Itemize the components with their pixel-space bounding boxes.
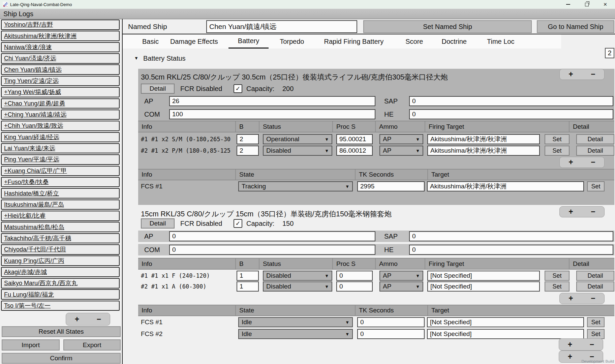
set-target-button[interactable]: Set — [545, 146, 570, 156]
close-button[interactable]: × — [599, 0, 611, 9]
ship-item[interactable]: Ting Yuen/定遠/定远 — [1, 76, 120, 86]
import-button[interactable]: Import — [2, 339, 60, 351]
ship-item[interactable]: +Kuang Chia/広甲/广甲 — [1, 166, 120, 176]
tab-basic[interactable]: Basic — [142, 34, 159, 49]
fcr-checkbox[interactable]: ✓ — [234, 84, 242, 93]
fcs-add-button[interactable]: + — [560, 207, 582, 217]
mount-remove-button[interactable]: − — [582, 157, 604, 168]
tab-torpedo[interactable]: Torpedo — [280, 34, 304, 49]
set-target-button[interactable]: Set — [545, 134, 570, 144]
fcs-state-dropdown[interactable]: Idle▼ — [238, 317, 353, 327]
set-named-ship-button[interactable]: Set Named Ship — [363, 20, 532, 33]
fcs-target-input[interactable]: Akitsushima/秋津洲/秋津洲 — [427, 181, 584, 191]
ship-item[interactable]: +Fuso/扶桑/扶桑 — [1, 177, 120, 187]
fcr-checkbox[interactable]: ✓ — [234, 219, 242, 228]
ship-item[interactable]: Chiyoda/千代田/千代田 — [1, 244, 120, 255]
ap-input[interactable]: 0 — [169, 231, 375, 241]
ship-item[interactable]: +Hiei/比叡/比睿 — [1, 211, 120, 221]
ship-item[interactable]: Ping Yuen/平遠/平远 — [1, 154, 120, 165]
ship-item[interactable]: Kuang P'ing/広丙/广丙 — [1, 255, 120, 266]
sap-input[interactable]: 0 — [409, 231, 613, 241]
export-button[interactable]: Export — [63, 339, 121, 351]
battery-detail-button[interactable]: Detail — [141, 218, 175, 229]
ship-item[interactable]: +Chih Yuan/致遠/致远 — [1, 121, 120, 131]
tab-time-loc[interactable]: Time Loc — [487, 34, 515, 49]
tk-seconds-input[interactable]: 0 — [357, 329, 425, 339]
tab-doctrine[interactable]: Doctrine — [441, 34, 466, 49]
fcs-state-dropdown[interactable]: Idle▼ — [238, 329, 353, 339]
fcs-set-button[interactable]: Set — [587, 181, 605, 191]
ship-item[interactable]: Tso I/第一号/左一 — [1, 301, 120, 311]
battery-detail-button[interactable]: Detail — [141, 84, 175, 94]
status-dropdown[interactable]: Disabled▼ — [263, 271, 332, 281]
reset-all-states-button[interactable]: Reset All States — [2, 326, 121, 337]
ship-list-remove-button[interactable]: − — [88, 313, 110, 325]
tab-damage-effects[interactable]: Damage Effects — [170, 34, 218, 49]
fcs-extra-add-button[interactable]: + — [559, 351, 581, 362]
fcs-set-button[interactable]: Set — [587, 329, 605, 339]
firing-target-input[interactable]: Akitsushima/秋津洲/秋津洲 — [427, 134, 540, 144]
he-input[interactable]: 0 — [409, 109, 613, 119]
fcs-set-button[interactable]: Set — [587, 317, 605, 327]
restore-button[interactable] — [581, 0, 592, 9]
ship-item[interactable]: +Ching Yuan/靖遠/靖远 — [1, 110, 120, 120]
proc-s-input[interactable]: 95.00021 — [336, 134, 373, 144]
ship-item[interactable]: +Chao Yung/超勇/超勇 — [1, 98, 120, 109]
ammo-dropdown[interactable]: AP▼ — [379, 281, 423, 292]
ship-list-add-button[interactable]: + — [66, 313, 88, 325]
barrels-input[interactable]: 2 — [237, 134, 259, 144]
mount-extra-remove-button[interactable]: − — [581, 339, 603, 350]
gun-detail-button[interactable]: Detail — [576, 281, 614, 292]
ship-item[interactable]: King Yuan/経遠/经远 — [1, 132, 120, 143]
mount-remove-button[interactable]: − — [582, 293, 604, 304]
barrels-input[interactable]: 1 — [237, 271, 259, 281]
mount-add-button[interactable]: + — [560, 157, 582, 168]
gun-detail-button[interactable]: Detail — [576, 134, 614, 144]
firing-target-input[interactable]: Akitsushima/秋津洲/秋津洲 — [427, 146, 540, 156]
barrels-input[interactable]: 2 — [237, 146, 259, 156]
fcs-remove-button[interactable]: − — [582, 69, 604, 80]
tab-score[interactable]: Score — [405, 34, 423, 49]
ship-item[interactable]: Lai Yuan/来遠/来远 — [1, 143, 120, 154]
fcs-target-input[interactable]: [Not Specified] — [427, 329, 584, 339]
sap-input[interactable]: 0 — [409, 96, 613, 106]
set-target-button[interactable]: Set — [545, 271, 570, 281]
he-input[interactable]: 0 — [409, 245, 613, 255]
ship-item[interactable]: Saikyo Maru/西京丸/西京丸 — [1, 278, 120, 289]
ammo-dropdown[interactable]: AP▼ — [379, 146, 423, 156]
status-dropdown[interactable]: Disabled▼ — [263, 281, 332, 292]
named-ship-input[interactable]: Chen Yuan/鎮遠/镇远 — [206, 20, 357, 33]
ship-item[interactable]: Chen Yuan/鎮遠/镇远 — [1, 64, 120, 75]
ship-item[interactable]: Itsukushima/厳島/严岛 — [1, 200, 120, 210]
go-to-named-ship-button[interactable]: Go to Named Ship — [537, 20, 614, 33]
ship-item[interactable]: Fu Lung/福龍/福龙 — [1, 289, 120, 300]
mount-add-button[interactable]: + — [560, 293, 582, 304]
gun-detail-button[interactable]: Detail — [576, 146, 614, 156]
fcs-remove-button[interactable]: − — [582, 207, 604, 217]
collapse-icon[interactable]: ▼ — [134, 56, 139, 61]
ship-item[interactable]: +Yang Wei/揚威/扬威 — [1, 87, 120, 97]
ammo-dropdown[interactable]: AP▼ — [379, 134, 423, 144]
fcs-target-input[interactable]: [Not Specified] — [427, 317, 584, 327]
proc-s-input[interactable]: 0 — [336, 271, 373, 281]
firing-target-input[interactable]: [Not Specified] — [427, 281, 540, 292]
status-dropdown[interactable]: Operational▼ — [263, 134, 332, 144]
tab-battery[interactable]: Battery — [228, 34, 269, 49]
minimize-button[interactable] — [562, 0, 574, 9]
proc-s-input[interactable]: 0 — [336, 281, 373, 292]
ship-item[interactable]: Chi Yuan/済遠/济远 — [1, 53, 120, 64]
ship-item[interactable]: Takachiho/高千穂/高千穗 — [1, 233, 120, 244]
fcs-state-dropdown[interactable]: Tracking▼ — [238, 181, 353, 191]
barrels-input[interactable]: 1 — [237, 281, 259, 292]
ship-item[interactable]: Matsushima/松島/松岛 — [1, 222, 120, 232]
mount-extra-add-button[interactable]: + — [559, 339, 581, 350]
tk-seconds-input[interactable]: 0 — [357, 317, 425, 327]
firing-target-input[interactable]: [Not Specified] — [427, 271, 540, 281]
ap-input[interactable]: 26 — [169, 96, 375, 106]
ammo-dropdown[interactable]: AP▼ — [379, 271, 423, 281]
tab-rapid-firing-battery[interactable]: Rapid Firing Battery — [324, 34, 383, 49]
ship-item[interactable]: Hashidate/橋立/桥立 — [1, 188, 120, 199]
ship-item[interactable]: Yoshino/吉野/吉野 — [1, 20, 120, 30]
com-input[interactable]: 100 — [169, 109, 375, 119]
set-target-button[interactable]: Set — [545, 281, 570, 292]
